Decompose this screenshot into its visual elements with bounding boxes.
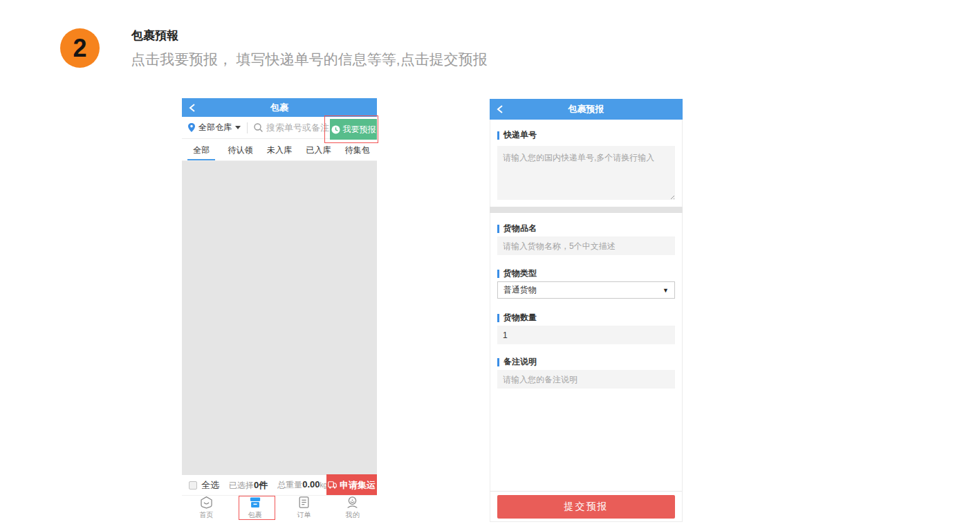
nav-home-label: 首页 <box>199 510 213 520</box>
nav-packages[interactable]: 包裹 <box>231 496 280 520</box>
home-icon <box>200 496 213 509</box>
bottom-nav: 首页 包裹 订单 <box>182 495 377 520</box>
status-tabs: 全部 待认领 未入库 已入库 待集包 <box>182 140 377 161</box>
user-icon <box>346 496 359 509</box>
selection-footer: 全选 已选择0件 总重量0.00kg 申请集运 <box>182 474 377 495</box>
remark-label: 备注说明 <box>497 356 537 368</box>
nav-orders-label: 订单 <box>297 510 311 520</box>
step-number-badge: 2 <box>60 28 100 68</box>
tab-not-in-warehouse[interactable]: 未入库 <box>260 140 299 160</box>
submit-forecast-button[interactable]: 提交预报 <box>497 495 675 519</box>
forecast-button-label: 我要预报 <box>343 124 376 136</box>
package-list-screen: 包裹 全部仓库 我要 <box>182 98 377 520</box>
step-title: 包裹預報 <box>131 28 178 44</box>
apply-button-label: 申请集运 <box>340 479 376 492</box>
nav-orders[interactable]: 订单 <box>279 496 329 520</box>
package-forecast-screen: 包裹预报 快递单号 货物品名 货物类型 普通货物 ▼ 货物数量 <box>490 99 683 522</box>
goods-name-label: 货物品名 <box>497 223 537 234</box>
tab-in-warehouse[interactable]: 已入库 <box>299 140 338 160</box>
right-app-header: 包裹预报 <box>490 99 683 120</box>
section-separator <box>490 207 683 213</box>
total-weight-text: 总重量0.00kg <box>277 479 327 491</box>
label-accent-bar <box>497 270 499 278</box>
nav-packages-label: 包裹 <box>248 510 262 520</box>
tab-all[interactable]: 全部 <box>182 140 221 160</box>
tutorial-page: 2 包裹預報 点击我要预报， 填写快递单号的信息等等,点击提交预报 包裹 全部仓… <box>0 0 980 531</box>
chevron-left-icon <box>189 103 196 113</box>
select-caret-icon: ▼ <box>663 287 669 294</box>
order-list-icon <box>297 496 311 509</box>
tracking-number-label: 快递单号 <box>497 129 537 141</box>
truck-icon <box>328 481 337 489</box>
step-number: 2 <box>73 34 86 63</box>
left-header-title: 包裹 <box>270 102 288 114</box>
warehouse-selector[interactable]: 全部仓库 <box>182 117 247 138</box>
goods-type-selected-value: 普通货物 <box>503 284 537 296</box>
tab-pending-claim[interactable]: 待认领 <box>221 140 259 160</box>
goods-type-select[interactable]: 普通货物 ▼ <box>497 281 675 299</box>
weight-value: 0.00 <box>302 479 320 490</box>
goods-type-label: 货物类型 <box>497 268 537 279</box>
quantity-label: 货物数量 <box>497 312 537 324</box>
goods-name-input[interactable] <box>497 236 675 255</box>
apply-consolidation-button[interactable]: 申请集运 <box>326 474 377 496</box>
selected-count-text: 已选择0件 <box>229 479 268 492</box>
selected-suffix: 件 <box>259 480 268 490</box>
goods-type-label-text: 货物类型 <box>503 268 537 279</box>
remark-input[interactable] <box>497 370 675 389</box>
nav-profile-label: 我的 <box>346 510 360 520</box>
warehouse-label: 全部仓库 <box>198 122 232 133</box>
location-pin-icon <box>188 123 195 132</box>
label-accent-bar <box>497 314 499 322</box>
right-header-title: 包裹预报 <box>568 103 604 115</box>
selected-prefix: 已选择 <box>229 481 254 490</box>
chevron-left-icon <box>497 104 503 114</box>
package-icon <box>248 496 262 509</box>
tab-pending-pack[interactable]: 待集包 <box>338 140 377 160</box>
forecast-button[interactable]: 我要预报 <box>330 119 377 140</box>
label-accent-bar <box>497 225 499 233</box>
caret-down-icon <box>235 126 241 129</box>
goods-name-label-text: 货物品名 <box>503 223 537 234</box>
search-icon <box>254 123 263 132</box>
empty-package-list <box>182 161 377 474</box>
quantity-label-text: 货物数量 <box>503 312 537 324</box>
weight-prefix: 总重量 <box>277 480 302 490</box>
quantity-input[interactable] <box>497 326 675 344</box>
back-button[interactable] <box>497 99 503 120</box>
tracking-number-textarea[interactable] <box>497 146 675 200</box>
label-accent-bar <box>497 358 499 366</box>
clock-icon <box>331 125 340 134</box>
left-app-header: 包裹 <box>182 98 377 117</box>
label-accent-bar <box>497 131 499 140</box>
back-button[interactable] <box>189 98 196 117</box>
tracking-number-label-text: 快递单号 <box>503 129 537 141</box>
select-all-checkbox[interactable] <box>189 481 197 490</box>
nav-profile[interactable]: 我的 <box>329 496 378 520</box>
select-all-label: 全选 <box>201 479 219 492</box>
remark-label-text: 备注说明 <box>503 356 537 368</box>
footer-divider <box>490 491 682 492</box>
nav-home[interactable]: 首页 <box>182 496 231 520</box>
step-subtitle: 点击我要预报， 填写快递单号的信息等等,点击提交预报 <box>131 50 488 69</box>
